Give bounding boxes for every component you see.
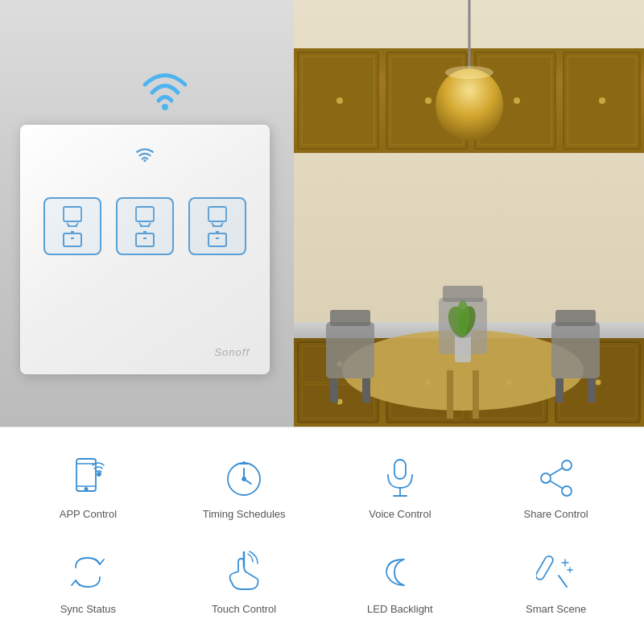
svg-rect-47 (330, 378, 338, 402)
led-backlight-icon (378, 551, 422, 595)
timing-schedules-icon (222, 456, 266, 500)
feature-app-control: APP Control (12, 444, 164, 535)
svg-point-64 (97, 473, 101, 476)
product-image-section: Sonoff (0, 0, 644, 427)
smart-scene-label: Smart Scene (526, 603, 586, 617)
svg-point-59 (456, 300, 469, 336)
switch-buttons-group[interactable] (43, 197, 246, 255)
svg-point-70 (242, 477, 246, 481)
switch-button-3[interactable] (188, 197, 246, 255)
svg-rect-51 (555, 378, 564, 402)
svg-rect-55 (455, 334, 471, 362)
svg-point-25 (599, 97, 605, 104)
svg-point-16 (336, 97, 343, 104)
touch-control-label: Touch Control (212, 603, 276, 617)
share-control-label: Share Control (524, 508, 588, 522)
svg-line-80 (559, 576, 567, 587)
svg-rect-46 (330, 310, 370, 326)
svg-rect-71 (394, 460, 406, 479)
right-panel (294, 0, 644, 427)
svg-rect-43 (447, 370, 453, 419)
svg-rect-48 (362, 378, 370, 402)
svg-point-0 (162, 104, 168, 110)
feature-share-control: Share Control (480, 444, 632, 535)
svg-rect-45 (326, 322, 374, 378)
svg-rect-79 (536, 555, 555, 581)
svg-rect-10 (208, 207, 226, 221)
voice-control-label: Voice Control (369, 508, 431, 522)
app-control-label: APP Control (60, 508, 117, 522)
svg-rect-6 (136, 207, 154, 221)
features-grid: APP Control Timing Schedules (0, 427, 644, 644)
app-container: Sonoff (0, 0, 644, 644)
switch-plate: Sonoff (20, 125, 270, 374)
svg-point-40 (436, 68, 503, 141)
left-panel: Sonoff (0, 0, 294, 427)
led-backlight-label: LED Backlight (367, 603, 433, 617)
svg-point-22 (514, 97, 520, 104)
timing-schedules-label: Timing Schedules (203, 508, 286, 522)
feature-timing-schedules: Timing Schedules (168, 444, 320, 535)
switch-wifi-indicator (135, 147, 155, 165)
feature-led-backlight: LED Backlight (324, 539, 477, 630)
svg-rect-49 (551, 322, 600, 378)
svg-point-76 (562, 486, 572, 496)
svg-line-78 (550, 481, 562, 488)
svg-line-77 (550, 468, 562, 475)
feature-touch-control: Touch Control (168, 539, 320, 630)
dining-area (302, 242, 644, 419)
touch-control-icon (222, 551, 266, 595)
switch-button-1[interactable] (43, 197, 101, 255)
feature-sync-status: Sync Status (12, 539, 164, 630)
svg-rect-52 (588, 378, 596, 402)
svg-rect-44 (473, 370, 479, 419)
pendant-light (429, 0, 510, 164)
svg-point-41 (445, 66, 493, 79)
svg-rect-50 (555, 310, 596, 326)
wifi-icon-hero (133, 56, 197, 116)
brand-label: Sonoff (214, 346, 250, 358)
share-control-icon (534, 456, 578, 500)
smart-scene-icon (534, 551, 578, 595)
app-control-icon (66, 456, 110, 500)
svg-rect-2 (64, 207, 81, 221)
sync-status-label: Sync Status (60, 603, 116, 617)
sync-status-icon (66, 551, 110, 595)
feature-voice-control: Voice Control (324, 444, 477, 535)
svg-point-74 (562, 460, 572, 470)
voice-control-icon (378, 456, 422, 500)
switch-button-2[interactable] (116, 197, 174, 255)
svg-point-63 (85, 488, 88, 490)
svg-point-75 (541, 473, 551, 483)
svg-point-1 (143, 159, 146, 162)
svg-rect-54 (443, 286, 483, 302)
feature-smart-scene: Smart Scene (480, 539, 632, 630)
